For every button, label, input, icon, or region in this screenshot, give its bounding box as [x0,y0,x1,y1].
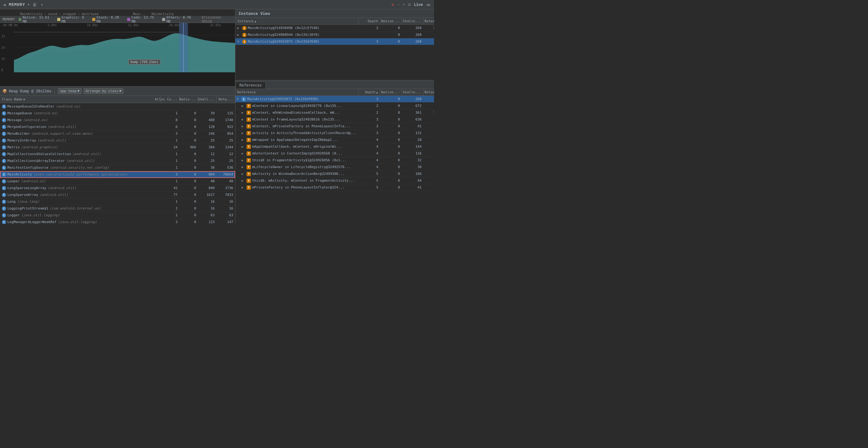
instance-row[interactable]: ▶ i MainActivity@324808944 (0x135c30f0) … [236,32,434,38]
export-icon[interactable]: ⬆ [40,2,43,8]
main-layout: MainActivity – saved – stopped – destroy… [0,9,434,224]
table-row[interactable]: C ManifestConfigSource (android.security… [0,164,235,171]
chart-y-labels: -40 MB 32 24 16 8 [0,23,14,72]
others-legend: Others: 0.76 MB [162,15,195,24]
ref-table-body[interactable]: ▼ i MainActivity@324925072 (0x135df690) … [236,96,434,224]
instance-row[interactable]: ▶ i MainActivity@314930496 (0x12c57540) … [236,25,434,32]
heap-toolbar: 📦 Heap Dump @ 20s21ms app heap ▼ Arrange… [0,87,235,96]
sort-arrow-icon: ▼ [23,98,25,101]
rth-depth: Depth ▲ [359,89,380,96]
rth-reference: Reference [236,89,359,96]
chart-svg: Dump (769.21ms) [14,23,235,72]
table-row[interactable]: C MessageQueueIdleHandler (android.os) [0,103,235,110]
ref-row[interactable]: ▶ f mLifecycleOwner in LifecycleRegistry… [236,164,434,171]
code-legend: Code: 13.75 MB [127,15,158,24]
back-arrow-icon[interactable]: ◀ [2,2,6,8]
ref-row[interactable]: ▶ f mPrivateFactory in PhoneLayoutInflat… [236,184,434,191]
instance-panel: Instance View ✕ Instance ▲ Depth Native.… [236,9,434,80]
delete-icon[interactable]: 🗑 [32,2,37,8]
arrange-label: Arrange by class [86,89,119,93]
ref-row[interactable]: ▼ i MainActivity@324925072 (0x135df690) … [236,96,434,103]
ref-row[interactable]: ▶ f mWrapped in AppCompatDelegateImpIN$A… [236,137,434,143]
table-row[interactable]: C Looper (android.os) 1 0 40 40 [0,178,235,185]
arrange-arrow: ▼ [119,89,122,93]
th-alloc: Alloc Co... [161,96,179,103]
ref-row[interactable]: ▶ f mContext in FrameLayout@324938616 (0… [236,116,434,123]
ref-row[interactable]: ▶ f this$0 in FragmentActivity$1@3249260… [236,157,434,164]
activity-label-2: Main... [133,12,146,16]
app-title: MEMORY [9,2,25,7]
instance-table-body[interactable]: ▶ i MainActivity@314930496 (0x12c57540) … [236,25,434,80]
live-arrow-icon[interactable]: ⏭ [426,2,432,8]
th-class-name: Class Name ▼ [0,96,161,103]
table-row[interactable]: C MainActivity (sven.com.practise32_perf… [0,171,235,178]
rth-retain: Retain... [424,89,434,96]
arrange-button[interactable]: Arrange by class ▼ [84,88,124,94]
app-heap-button[interactable]: app heap ▼ [58,88,82,94]
ref-row[interactable]: ▶ f mOuterContext in ContextImpl@3249205… [236,150,434,157]
references-panel: References Reference Depth ▲ Native... S… [236,80,434,224]
ith-retain: Retain... [424,18,434,25]
th-retain: Reta... [217,96,235,103]
table-row[interactable]: C MergedConfiguration (android.util) 6 0… [0,124,235,130]
table-row[interactable]: C MenuBuilder (android.support.v7.view.m… [0,130,235,137]
ith-shallow: Shallo... [402,18,424,25]
ith-instance: Instance ▲ [236,18,359,25]
table-row[interactable]: C Matrix (android.graphics) 24 960 384 1… [0,144,235,151]
instance-panel-title: Instance View [239,11,270,16]
instance-table-header: Instance ▲ Depth Native... Shallo... Ret… [236,18,434,25]
left-panel: MainActivity – saved – stopped – destroy… [0,9,236,224]
graphics-legend: Graphics: 0 MB [57,15,89,24]
table-row[interactable]: C MessageQueue (android.os) 1 0 39 115 [0,110,235,117]
ref-row[interactable]: ▶ f mContext, mOnWindowDismissedCallback… [236,109,434,116]
close-icon[interactable]: ✕ [391,2,394,7]
ref-row[interactable]: ▶ f mContext in LinearLayout@324936776 (… [236,103,434,109]
app-heap-label: app heap [60,89,76,93]
minimize-icon[interactable]: — [398,2,400,7]
restore-icon[interactable]: ⧉ [408,2,411,7]
table-row[interactable]: C MapCollections$ValuesCollection (andro… [0,151,235,158]
instance-panel-header: Instance View ✕ [236,9,434,18]
top-bar: ◀ MEMORY ▼ 🗑 ⬆ ✕ — + ⧉ Live ⏭ [0,0,434,9]
rth-shallow: Shallo... [402,89,424,96]
right-panel: Instance View ✕ Instance ▲ Depth Native.… [236,9,434,224]
ref-row[interactable]: ▶ f mActivity in WindowDecorActionBar@32… [236,171,434,177]
live-label: Live [414,2,423,7]
chart-legend: MEMORY Native: 11.61 MB Graphics: 0 MB S… [0,16,235,23]
ref-tab-bar: References [236,80,434,89]
chart-canvas: -40 MB 32 24 16 8 [0,23,235,78]
title-dropdown-icon[interactable]: ▼ [28,3,29,6]
ref-row[interactable]: ▶ f activity in ActivityThread$ActivityC… [236,130,434,137]
rth-native: Native... [380,89,402,96]
ref-table-header: Reference Depth ▲ Native... Shallo... Re… [236,89,434,96]
table-row[interactable]: C MapCollections$ArrayIterator (android.… [0,158,235,164]
th-shallow: Shall... [198,96,217,103]
ref-row[interactable]: ▶ f mContext, mPrivateFactory in PhoneLa… [236,123,434,130]
ref-row[interactable]: ▶ f mAppCompatCallback, mContext, mOrigi… [236,143,434,150]
table-row[interactable]: C Message (android.os) 8 0 480 1740 [0,117,235,124]
table-row[interactable]: C LongSparseArray (android.util) 77 0 16… [0,192,235,198]
activity-labels: MainActivity – saved – stopped – destroy… [0,9,235,16]
class-table-header: Class Name ▼ Alloc Co... Nativ... Shall.… [0,96,235,103]
ith-depth: Depth [359,18,380,25]
table-row[interactable]: C LoggingPrintStream$1 (com.android.inte… [0,205,235,212]
native-legend: Native: 11.61 MB [19,15,54,24]
instance-row[interactable]: ▼ i MainActivity@324925072 (0x135df690) … [236,38,434,45]
class-table: Class Name ▼ Alloc Co... Nativ... Shall.… [0,96,235,224]
app-heap-arrow: ▼ [78,89,80,93]
table-row[interactable]: C LogManager$LoggerWeakRef (java.util.lo… [0,219,235,224]
table-row[interactable]: C MemoryIntArray (android.util) 1 0 25 2… [0,137,235,144]
heap-icon: 📦 [2,89,7,93]
allocated-legend: Allocated: 90520 [202,15,232,24]
activity-label-1: MainActivity – saved – stopped – destroy… [20,12,98,16]
th-native: Nativ... [179,96,198,103]
ref-row[interactable]: ▶ f this$0, mActivity, mContext in Fragm… [236,177,434,184]
table-row[interactable]: C Logger (java.util.logging) 1 0 63 63 [0,212,235,219]
class-table-body[interactable]: C MessageQueueIdleHandler (android.os) C… [0,103,235,224]
table-row[interactable]: C Long (java.lang) 1 0 16 16 [0,198,235,205]
table-row[interactable]: C LongSparseLongArray (android.util) 42 … [0,185,235,192]
references-tab[interactable]: References [236,81,266,89]
maximize-icon[interactable]: + [403,2,405,7]
stack-legend: Stack: 0.28 MB [92,15,123,24]
heap-dump-label: Heap Dump @ 20s21ms [9,89,51,93]
